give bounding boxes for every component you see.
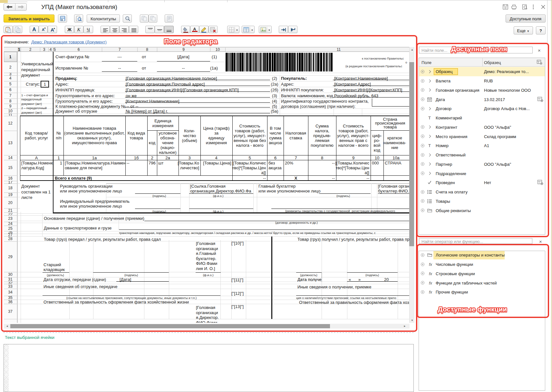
svg-text:Поле редактора: Поле редактора xyxy=(164,37,218,45)
svg-text:Доступные функции: Доступные функции xyxy=(438,305,507,313)
svg-text:Доступные поля: Доступные поля xyxy=(451,45,507,52)
